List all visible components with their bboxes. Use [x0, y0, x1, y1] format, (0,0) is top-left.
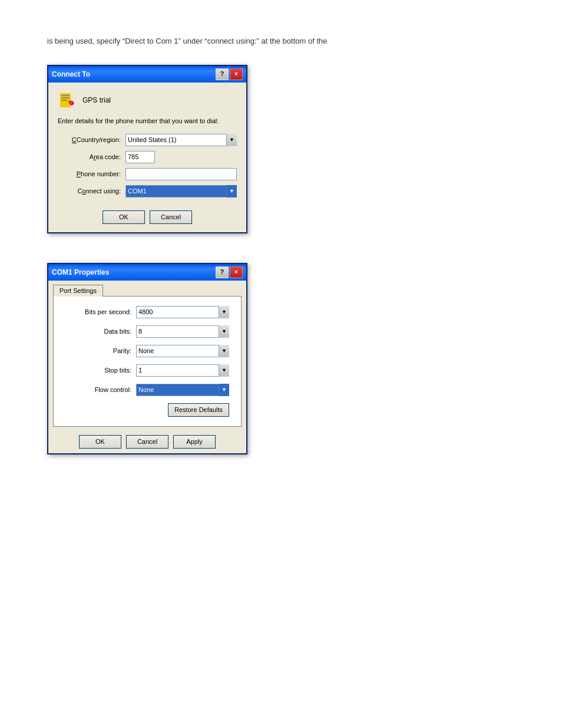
flow-control-select-wrapper: None ▼: [136, 384, 229, 396]
country-select-wrapper: United States (1) ▼: [125, 134, 237, 146]
data-bits-label: Data bits:: [65, 328, 136, 335]
country-row: CCountry/region: United States (1) ▼: [58, 134, 237, 146]
connect-using-label: Connect using:: [58, 187, 125, 195]
connect-using-select-wrapper: COM1 ▼: [125, 185, 237, 197]
com1-cancel-button[interactable]: Cancel: [126, 435, 168, 449]
com1-title: COM1 Properties: [52, 268, 109, 276]
bits-label: Bits per second:: [65, 308, 136, 315]
flow-control-select[interactable]: None: [136, 384, 229, 396]
connect-using-text: nnect using:: [86, 187, 121, 195]
bits-select-wrapper: 4800 ▼: [136, 306, 229, 318]
stop-bits-label: Stop bits:: [65, 367, 136, 374]
stop-bits-select[interactable]: 1: [136, 364, 229, 377]
connect-to-dialog: Connect To ? × GPS tria: [47, 65, 247, 233]
phone-row: Phone number:: [58, 168, 237, 180]
com1-apply-button[interactable]: Apply: [173, 435, 216, 449]
stop-bits-row: Stop bits: 1 ▼: [65, 364, 229, 377]
svg-point-4: [70, 101, 72, 104]
icon-row: GPS trial: [58, 91, 237, 110]
connect-dialog-buttons: OK Cancel: [58, 206, 237, 224]
area-code-input[interactable]: [125, 151, 155, 163]
connect-description: Enter details for the phone number that …: [58, 117, 237, 126]
parity-label: Parity:: [65, 347, 136, 354]
restore-defaults-button[interactable]: Restore Defaults: [168, 403, 229, 417]
connect-using-select[interactable]: COM1: [125, 185, 237, 197]
area-code-row: Area code:: [58, 151, 237, 163]
com1-titlebar-buttons: ? ×: [216, 266, 243, 278]
svg-rect-2: [61, 97, 70, 98]
com1-help-button[interactable]: ?: [216, 266, 229, 278]
tab-bar: Port Settings: [48, 281, 246, 296]
flow-control-label: Flow control:: [65, 386, 136, 393]
area-label-text: ea code:: [96, 153, 121, 160]
intro-text: is being used, specify “Direct to Com 1”…: [47, 35, 515, 47]
com1-properties-dialog: COM1 Properties ? × Port Settings Bits p…: [47, 263, 247, 454]
stop-bits-select-wrapper: 1 ▼: [136, 364, 229, 377]
data-bits-select-wrapper: 8 ▼: [136, 325, 229, 338]
area-label: Area code:: [58, 153, 125, 160]
connect-using-row: Connect using: COM1 ▼: [58, 185, 237, 197]
bits-per-second-row: Bits per second: 4800 ▼: [65, 306, 229, 318]
com1-titlebar: COM1 Properties ? ×: [48, 264, 246, 281]
connect-dialog-title: Connect To: [52, 70, 90, 78]
gps-icon: [58, 91, 77, 110]
close-button[interactable]: ×: [230, 68, 243, 80]
cancel-button[interactable]: Cancel: [150, 210, 192, 224]
phone-label: Phone number:: [58, 170, 125, 177]
country-select[interactable]: United States (1): [125, 134, 237, 146]
com1-close-button[interactable]: ×: [230, 266, 243, 278]
country-label: CCountry/region:: [58, 136, 125, 143]
com1-ok-button[interactable]: OK: [79, 435, 121, 449]
help-button[interactable]: ?: [216, 68, 229, 80]
com1-dialog-buttons: OK Cancel Apply: [48, 430, 246, 453]
svg-rect-3: [61, 100, 67, 101]
phone-input[interactable]: [125, 168, 237, 180]
titlebar-buttons: ? ×: [216, 68, 243, 80]
parity-select-wrapper: None ▼: [136, 345, 229, 357]
parity-select[interactable]: None: [136, 345, 229, 357]
tab-port-settings[interactable]: Port Settings: [53, 285, 103, 297]
restore-defaults-row: Restore Defaults: [65, 403, 229, 417]
port-settings-content: Bits per second: 4800 ▼ Data bits: 8 ▼: [53, 296, 242, 427]
parity-row: Parity: None ▼: [65, 345, 229, 357]
connect-dialog-body: GPS trial Enter details for the phone nu…: [48, 83, 246, 232]
data-bits-select[interactable]: 8: [136, 325, 229, 338]
ok-button[interactable]: OK: [103, 210, 145, 224]
data-bits-row: Data bits: 8 ▼: [65, 325, 229, 338]
connect-dialog-titlebar: Connect To ? ×: [48, 66, 246, 83]
bits-select[interactable]: 4800: [136, 306, 229, 318]
gps-trial-label: GPS trial: [82, 96, 111, 104]
flow-control-row: Flow control: None ▼: [65, 384, 229, 396]
phone-label-text: hone number:: [81, 170, 121, 177]
svg-rect-1: [61, 95, 70, 96]
country-label-text: Country/region:: [77, 136, 121, 143]
